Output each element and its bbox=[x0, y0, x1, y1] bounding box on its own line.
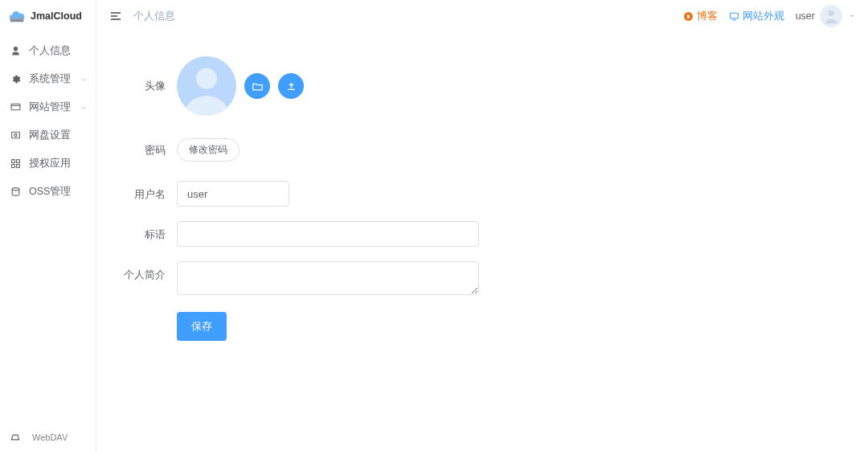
change-password-button[interactable]: 修改密码 bbox=[177, 138, 240, 162]
sidebar-item-profile[interactable]: 个人信息 bbox=[0, 37, 96, 65]
sidebar-item-oss[interactable]: OSS管理 bbox=[0, 178, 96, 206]
slogan-label: 标语 bbox=[113, 221, 177, 242]
chevron-down-icon bbox=[80, 104, 88, 112]
blog-label: 博客 bbox=[697, 10, 718, 23]
cloud-logo-icon bbox=[8, 7, 26, 25]
user-menu[interactable]: user bbox=[796, 5, 855, 27]
sidebar-item-label: OSS管理 bbox=[29, 185, 71, 199]
appearance-label: 网站外观 bbox=[743, 10, 784, 23]
drive-icon bbox=[10, 432, 21, 443]
breadcrumb: 个人信息 bbox=[133, 10, 175, 23]
sidebar-item-label: 网站管理 bbox=[29, 100, 71, 114]
avatar-label: 头像 bbox=[113, 79, 177, 93]
folder-icon bbox=[252, 80, 264, 92]
sidebar-item-label: 授权应用 bbox=[29, 157, 71, 170]
appearance-link[interactable]: 网站外观 bbox=[729, 10, 784, 23]
svg-rect-2 bbox=[11, 104, 20, 110]
svg-point-5 bbox=[14, 133, 16, 136]
username-input[interactable] bbox=[177, 181, 289, 207]
avatar-preview bbox=[177, 56, 236, 116]
sidebar-item-label: 网盘设置 bbox=[29, 129, 71, 142]
sidebar-item-system[interactable]: 系统管理 bbox=[0, 65, 96, 93]
disk-icon bbox=[10, 130, 21, 141]
upload-avatar-button[interactable] bbox=[278, 73, 304, 99]
gear-icon bbox=[10, 74, 21, 85]
profile-form: 头像 bbox=[96, 32, 868, 379]
svg-rect-8 bbox=[11, 165, 14, 168]
svg-rect-4 bbox=[11, 132, 19, 138]
site-icon bbox=[10, 102, 21, 113]
apps-icon bbox=[10, 158, 21, 170]
svg-rect-15 bbox=[730, 13, 738, 18]
username-display: user bbox=[796, 10, 815, 22]
sidebar-item-authorized-apps[interactable]: 授权应用 bbox=[0, 150, 96, 178]
sidebar-footer-webdav[interactable]: WebDAV bbox=[0, 424, 96, 451]
intro-label: 个人简介 bbox=[113, 261, 177, 282]
upload-icon bbox=[285, 80, 297, 92]
save-button[interactable]: 保存 bbox=[177, 312, 227, 341]
main-area: 个人信息 博客 网站外观 user bbox=[96, 0, 868, 451]
svg-rect-6 bbox=[11, 160, 14, 163]
username-label: 用户名 bbox=[113, 181, 177, 202]
oss-icon bbox=[10, 187, 21, 198]
avatar-small bbox=[820, 5, 842, 27]
logo-area[interactable]: JmalCloud bbox=[0, 0, 96, 32]
sidebar-item-disk-settings[interactable]: 网盘设置 bbox=[0, 121, 96, 150]
svg-point-10 bbox=[12, 188, 19, 191]
sidebar-footer-label: WebDAV bbox=[32, 433, 68, 442]
blog-icon bbox=[683, 11, 694, 22]
browse-avatar-button[interactable] bbox=[244, 73, 270, 99]
slogan-input[interactable] bbox=[177, 221, 479, 247]
topbar: 个人信息 博客 网站外观 user bbox=[96, 0, 868, 32]
toggle-sidebar-button[interactable] bbox=[109, 10, 122, 23]
svg-rect-9 bbox=[16, 165, 19, 168]
sidebar-menu: 个人信息 系统管理 网站管理 bbox=[0, 32, 96, 424]
app-name: JmalCloud bbox=[31, 10, 82, 22]
sidebar: JmalCloud 个人信息 系统管理 bbox=[0, 0, 96, 451]
caret-down-icon bbox=[849, 13, 855, 19]
appearance-icon bbox=[729, 11, 739, 22]
password-label: 密码 bbox=[113, 143, 177, 158]
svg-point-18 bbox=[196, 68, 217, 89]
user-icon bbox=[10, 46, 21, 57]
svg-rect-1 bbox=[10, 18, 24, 20]
svg-rect-7 bbox=[16, 160, 19, 163]
svg-point-17 bbox=[828, 10, 833, 16]
blog-link[interactable]: 博客 bbox=[683, 10, 718, 23]
intro-textarea[interactable] bbox=[177, 261, 479, 295]
sidebar-item-label: 系统管理 bbox=[29, 72, 71, 86]
sidebar-item-website[interactable]: 网站管理 bbox=[0, 93, 96, 121]
chevron-down-icon bbox=[80, 76, 88, 84]
topbar-right: 博客 网站外观 user bbox=[683, 5, 855, 27]
sidebar-item-label: 个人信息 bbox=[29, 44, 71, 58]
